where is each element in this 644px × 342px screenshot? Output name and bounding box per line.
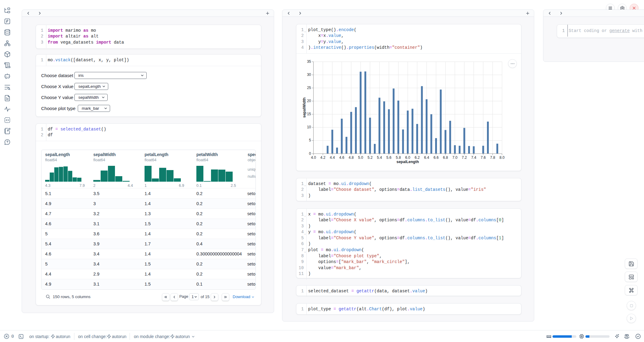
svg-text:6.4: 6.4 — [424, 155, 429, 160]
svg-text:6.6: 6.6 — [434, 155, 439, 160]
svg-text:4.2: 4.2 — [320, 155, 326, 160]
svg-text:5.8: 5.8 — [396, 155, 401, 160]
svg-text:20: 20 — [307, 99, 311, 103]
svg-text:30: 30 — [307, 73, 311, 77]
svg-text:6.0: 6.0 — [405, 155, 410, 160]
svg-text:5.4: 5.4 — [377, 155, 382, 160]
svg-text:4.8: 4.8 — [349, 155, 354, 160]
svg-text:4.4: 4.4 — [330, 155, 335, 160]
svg-text:6.2: 6.2 — [415, 155, 420, 160]
svg-text:7.0: 7.0 — [452, 155, 457, 160]
svg-text:sepalLength: sepalLength — [396, 160, 419, 164]
svg-text:6.8: 6.8 — [443, 155, 448, 160]
svg-text:5.2: 5.2 — [367, 155, 373, 160]
svg-text:8.0: 8.0 — [499, 155, 505, 160]
svg-text:7.2: 7.2 — [462, 155, 467, 160]
svg-text:0: 0 — [309, 151, 311, 156]
svg-text:15: 15 — [307, 112, 311, 116]
svg-text:sepalWidth: sepalWidth — [302, 98, 306, 118]
svg-text:25: 25 — [307, 86, 311, 90]
svg-text:5: 5 — [309, 138, 311, 142]
svg-text:35: 35 — [307, 59, 311, 64]
svg-text:7.8: 7.8 — [490, 155, 495, 160]
svg-text:7.4: 7.4 — [471, 155, 476, 160]
svg-text:10: 10 — [307, 125, 311, 129]
svg-text:4.6: 4.6 — [339, 155, 344, 160]
svg-text:7.6: 7.6 — [481, 155, 486, 160]
svg-text:5.6: 5.6 — [386, 155, 392, 160]
svg-text:4.0: 4.0 — [311, 155, 316, 160]
svg-text:5.0: 5.0 — [358, 155, 363, 160]
